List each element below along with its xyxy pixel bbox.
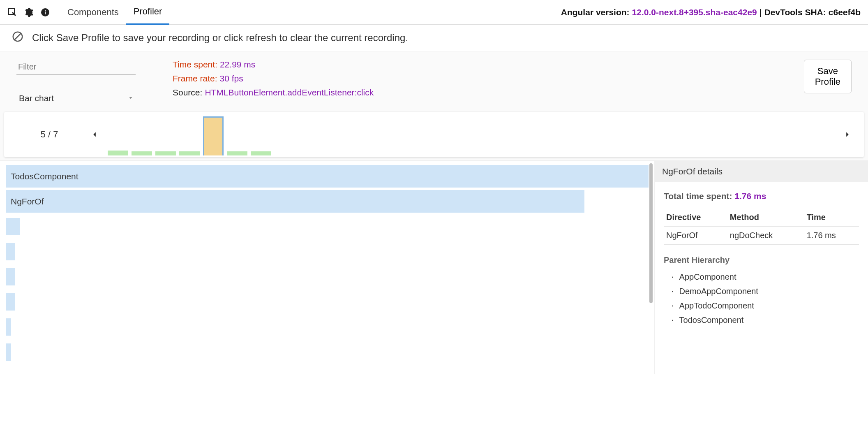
bar-chart-bar[interactable] — [6, 343, 11, 361]
controls-row: Bar chart Time spent: 22.99 ms Frame rat… — [0, 51, 868, 109]
tab-profiler[interactable]: Profiler — [126, 0, 170, 25]
details-header: NgForOf details — [655, 161, 868, 182]
bar-chart-row — [0, 215, 654, 238]
table-cell: NgForOf — [664, 227, 727, 245]
timeline-bar[interactable] — [132, 151, 152, 155]
devtools-sha-value: c6eef4b — [829, 7, 861, 17]
bar-chart-bar[interactable] — [6, 318, 11, 336]
hierarchy-item[interactable]: TodosComponent — [672, 313, 859, 327]
bar-chart-row — [0, 240, 654, 263]
bar-chart-row: TodosComponent — [0, 165, 654, 188]
time-spent-value: 22.99 ms — [220, 60, 255, 70]
bar-chart-panel: TodosComponentNgForOf — [0, 161, 654, 374]
ng-version-label: Angular version: — [561, 7, 630, 17]
frame-stats: Time spent: 22.99 ms Frame rate: 30 fps … — [173, 60, 374, 97]
timeline-bar[interactable] — [179, 151, 200, 155]
time-spent-label: Time spent: — [173, 60, 217, 70]
table-header: Time — [804, 209, 859, 227]
bar-chart-row: NgForOf — [0, 190, 654, 213]
directive-table: DirectiveMethodTime NgForOfngDoCheck1.76… — [664, 209, 859, 245]
hierarchy-list: AppComponentDemoAppComponentAppTodoCompo… — [664, 270, 859, 327]
toolbar: Components Profiler Angular version: 12.… — [0, 0, 868, 25]
hierarchy-item[interactable]: AppTodoComponent — [672, 299, 859, 313]
save-profile-button[interactable]: Save Profile — [804, 60, 852, 93]
timeline-wrap: 5 / 7 — [0, 109, 868, 160]
svg-rect-2 — [45, 12, 46, 14]
inspect-icon[interactable] — [4, 4, 21, 21]
main-split: TodosComponentNgForOf NgForOf details To… — [0, 160, 868, 374]
hierarchy-item[interactable]: DemoAppComponent — [672, 284, 859, 299]
timeline-bar[interactable] — [227, 151, 247, 155]
cancel-icon[interactable] — [12, 30, 24, 45]
tabs: Components Profiler — [60, 0, 169, 25]
left-controls: Bar chart — [16, 60, 144, 106]
total-time-value: 1.76 ms — [734, 191, 766, 201]
chart-type-select[interactable]: Bar chart — [16, 91, 136, 106]
info-icon[interactable] — [37, 4, 53, 21]
version-sep: | — [760, 7, 762, 17]
svg-line-5 — [15, 34, 21, 40]
source-value: HTMLButtonElement.addEventListener:click — [205, 88, 374, 97]
next-frame-button[interactable] — [839, 126, 856, 143]
tab-components[interactable]: Components — [60, 0, 126, 25]
table-header: Method — [727, 209, 804, 227]
bar-chart-row — [0, 265, 654, 288]
devtools-sha-label: DevTools SHA: — [764, 7, 826, 17]
bar-chart-bar[interactable] — [6, 268, 15, 285]
filter-input[interactable] — [16, 60, 136, 74]
timeline-bar[interactable] — [155, 151, 176, 155]
prev-frame-button[interactable] — [86, 126, 103, 143]
table-row: NgForOfngDoCheck1.76 ms — [664, 227, 859, 245]
source-label: Source: — [173, 88, 202, 97]
total-time-line: Total time spent: 1.76 ms — [664, 191, 859, 201]
chevron-down-icon — [127, 93, 134, 103]
frame-counter: 5 / 7 — [12, 129, 86, 140]
table-header: Directive — [664, 209, 727, 227]
details-body: Total time spent: 1.76 ms DirectiveMetho… — [655, 182, 868, 336]
hierarchy-item[interactable]: AppComponent — [672, 270, 859, 284]
table-cell: ngDoCheck — [727, 227, 804, 245]
timeline: 5 / 7 — [4, 112, 864, 157]
hint-bar: Click Save Profile to save your recordin… — [0, 25, 868, 51]
bar-chart-bar[interactable] — [6, 243, 15, 260]
total-time-label: Total time spent: — [664, 191, 732, 201]
timeline-bar[interactable] — [251, 151, 271, 155]
bar-chart-bar[interactable]: TodosComponent — [6, 165, 649, 188]
svg-rect-3 — [45, 10, 46, 11]
bar-chart-row — [0, 290, 654, 313]
gear-icon[interactable] — [21, 4, 37, 21]
bar-chart-bar[interactable] — [6, 218, 20, 235]
scrollbar[interactable] — [649, 163, 653, 303]
bar-chart-row — [0, 315, 654, 338]
ng-version-value: 12.0.0-next.8+395.sha-eac42e9 — [632, 7, 757, 17]
version-info: Angular version: 12.0.0-next.8+395.sha-e… — [561, 7, 864, 17]
timeline-bar[interactable] — [108, 151, 128, 155]
bar-chart-bar[interactable] — [6, 293, 15, 311]
hierarchy-title: Parent Hierarchy — [664, 255, 859, 265]
table-cell: 1.76 ms — [804, 227, 859, 245]
timeline-bar[interactable] — [203, 116, 224, 155]
frame-rate-value: 30 fps — [220, 74, 243, 83]
hint-text: Click Save Profile to save your recordin… — [32, 32, 408, 44]
timeline-bars[interactable] — [103, 112, 839, 157]
chart-type-value: Bar chart — [19, 93, 54, 103]
frame-rate-label: Frame rate: — [173, 74, 217, 83]
details-panel: NgForOf details Total time spent: 1.76 m… — [654, 161, 868, 374]
bar-chart-row — [0, 341, 654, 363]
bar-chart-bar[interactable]: NgForOf — [6, 190, 584, 213]
